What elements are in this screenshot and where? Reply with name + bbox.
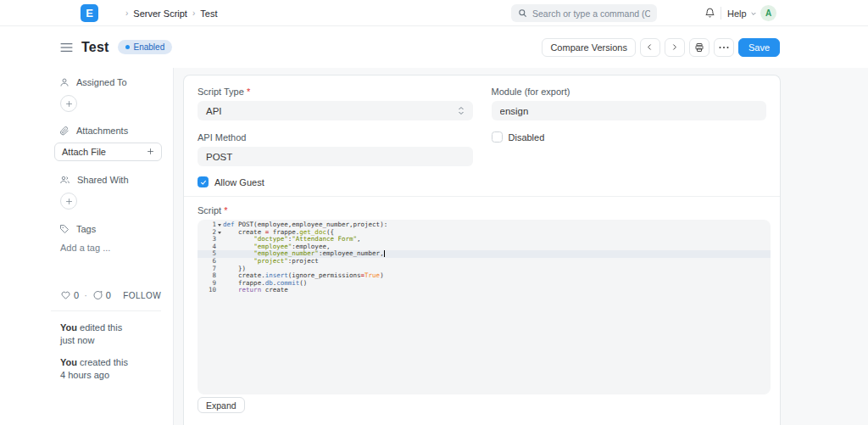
script-type-field: Script Type * API [198, 87, 473, 120]
checkbox-checked-icon [198, 176, 209, 187]
allow-guest-checkbox[interactable]: Allow Guest [198, 176, 473, 187]
add-share-button[interactable] [60, 193, 77, 210]
code-editor-lines: 1def POST(employee,employee_number,proje… [198, 221, 771, 294]
prev-button[interactable] [640, 38, 660, 57]
breadcrumb-test[interactable]: Test [200, 8, 217, 19]
attach-file-button[interactable]: Attach File [54, 143, 162, 161]
attach-file-label: Attach File [62, 147, 106, 157]
api-method-input[interactable] [198, 147, 473, 166]
text-cursor [384, 250, 385, 257]
script-type-label: Script Type * [198, 87, 473, 97]
timeline-when: 4 hours ago [60, 370, 109, 380]
sidebar-divider [51, 310, 161, 311]
assigned-to-label: Assigned To [76, 77, 127, 87]
follow-button[interactable]: FOLLOW [123, 291, 161, 300]
page-title: Test [81, 40, 109, 55]
avatar[interactable]: A [760, 5, 776, 21]
attachments-section: Attachments Attach File [60, 126, 161, 161]
allow-guest-label: Allow Guest [214, 177, 264, 187]
code-line[interactable]: 6 "project":project [198, 258, 771, 266]
fold-spacer [216, 266, 223, 273]
shared-with-label: Shared With [77, 175, 129, 185]
navbar-divider [721, 7, 721, 20]
required-marker: * [224, 205, 227, 215]
tags-label: Tags [76, 224, 96, 234]
global-search[interactable] [511, 4, 657, 22]
label-text: Script [198, 205, 221, 215]
timeline-action: edited this [77, 322, 122, 333]
timeline-created: You created this 4 hours ago [60, 356, 161, 382]
plus-icon [147, 147, 154, 157]
breadcrumb: › Server Script › Test [125, 0, 217, 26]
timeline-who: You [60, 357, 77, 367]
form-sidebar: Assigned To Attachments Attach File [0, 68, 174, 425]
disabled-checkbox[interactable]: Disabled [492, 131, 767, 143]
assigned-to-section: Assigned To [60, 77, 161, 112]
label-text: Script Type [198, 87, 244, 97]
attachments-label: Attachments [76, 126, 128, 136]
checkbox-unchecked-icon [492, 131, 503, 143]
module-field: Module (for export) [492, 87, 767, 120]
sidebar-toggle-icon[interactable] [60, 42, 73, 53]
fold-spacer [216, 287, 223, 294]
timeline-edited: You edited this just now [60, 322, 161, 347]
module-label: Module (for export) [492, 87, 767, 97]
script-label: Script * [198, 205, 766, 215]
fold-spacer [216, 280, 223, 288]
users-icon [59, 175, 70, 185]
fold-spacer [216, 243, 223, 251]
code-editor[interactable]: 1def POST(employee,employee_number,proje… [198, 220, 771, 394]
next-button[interactable] [665, 38, 685, 57]
app-logo-icon[interactable]: E [81, 4, 98, 22]
left-column: Script Type * API API Method [198, 87, 473, 187]
chevron-right-icon: › [125, 8, 128, 18]
line-number: 10 [198, 287, 216, 294]
chevron-right-icon: › [192, 8, 195, 18]
tags-section: Tags Add a tag ... [60, 224, 161, 253]
timeline-when: just now [60, 335, 94, 345]
select-chevrons-icon [458, 106, 465, 115]
save-button[interactable]: Save [738, 38, 780, 57]
help-label: Help [727, 8, 747, 19]
tag-icon [59, 224, 70, 234]
shared-with-section: Shared With [60, 175, 161, 210]
fold-spacer [216, 258, 223, 266]
add-tag-button[interactable]: Add a tag ... [60, 243, 161, 253]
right-column: Module (for export) Disabled [492, 87, 767, 187]
status-dot-icon [125, 45, 130, 49]
search-icon [518, 8, 527, 18]
menu-dots-button[interactable] [714, 38, 734, 57]
script-section: Script * 1def POST(employee,employee_num… [184, 197, 780, 413]
comment-icon[interactable] [92, 290, 103, 300]
disabled-label: Disabled [509, 132, 545, 143]
module-input[interactable] [492, 101, 767, 120]
status-badge: Enabled [118, 40, 173, 54]
form-section-top: Script Type * API API Method [184, 75, 780, 187]
api-method-field: API Method [198, 132, 473, 166]
main-area: Script Type * API API Method [174, 68, 868, 425]
print-button[interactable] [689, 38, 709, 57]
compare-versions-button[interactable]: Compare Versions [542, 38, 636, 57]
breadcrumb-server-script[interactable]: Server Script [133, 8, 187, 19]
paperclip-icon [59, 126, 70, 136]
person-icon [59, 77, 70, 87]
help-menu[interactable]: Help [727, 0, 757, 26]
chevron-down-icon [750, 8, 757, 19]
required-marker: * [247, 87, 250, 97]
bell-icon[interactable] [704, 7, 715, 19]
expand-button[interactable]: Expand [198, 397, 245, 413]
fold-arrow-icon[interactable] [216, 229, 223, 237]
heart-icon[interactable] [60, 290, 71, 300]
fold-arrow-icon[interactable] [216, 221, 223, 229]
fold-spacer [216, 236, 223, 243]
script-type-select[interactable]: API [198, 101, 473, 120]
add-assignment-button[interactable] [60, 95, 77, 112]
page-head: Test Enabled Compare Versions Save [0, 26, 868, 68]
code-line[interactable]: 10 return create [198, 287, 771, 294]
fold-spacer [216, 250, 223, 258]
timeline-action: created this [77, 357, 128, 367]
form-card: Script Type * API API Method [183, 75, 781, 425]
search-input[interactable] [532, 8, 650, 19]
code-text: return create [223, 287, 288, 294]
script-type-value: API [206, 106, 222, 116]
